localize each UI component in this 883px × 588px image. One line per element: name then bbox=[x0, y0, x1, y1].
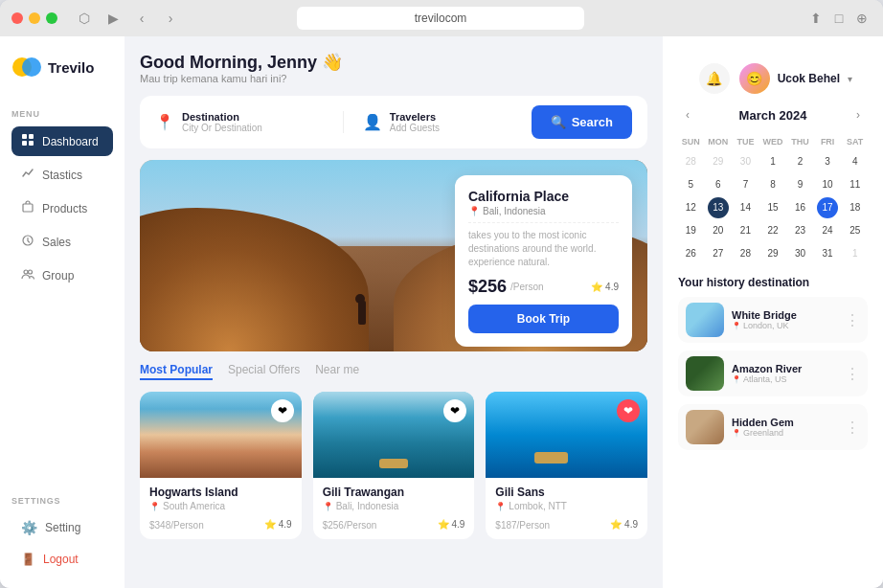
sidebar-item-stastics[interactable]: Stastics bbox=[11, 160, 113, 190]
cal-day-15[interactable]: 15 bbox=[762, 197, 783, 218]
browser-titlebar: ⬡ ▶ ‹ › trevilocom ⬆ □ ⊕ bbox=[0, 0, 883, 36]
logout-label: Logout bbox=[43, 553, 79, 566]
cal-day-8[interactable]: 8 bbox=[762, 174, 783, 195]
traffic-light-green[interactable] bbox=[46, 12, 57, 24]
user-dropdown-icon[interactable]: ▾ bbox=[848, 74, 852, 84]
tab-most-popular[interactable]: Most Popular bbox=[140, 363, 213, 380]
stastics-icon bbox=[21, 167, 34, 183]
book-trip-button[interactable]: Book Trip bbox=[468, 305, 619, 333]
card-image-hogwarts: ❤ bbox=[140, 392, 302, 478]
cal-day-1[interactable]: 1 bbox=[762, 151, 783, 172]
history-info-white-bridge: White Bridge 📍 London, UK bbox=[732, 309, 837, 330]
history-more-amazon[interactable]: ⋮ bbox=[845, 365, 860, 383]
history-name-hidden-gem: Hidden Gem bbox=[732, 417, 837, 428]
cal-day-30-prev[interactable]: 30 bbox=[735, 151, 756, 172]
forward-arrow[interactable]: › bbox=[159, 7, 182, 30]
cal-day-23[interactable]: 23 bbox=[790, 220, 811, 241]
sidebar-item-setting[interactable]: ⚙️ Setting bbox=[11, 513, 113, 542]
cal-day-18[interactable]: 18 bbox=[845, 197, 866, 218]
cal-day-24[interactable]: 24 bbox=[817, 220, 838, 241]
calendar-grid: SUN MON TUE WED THU FRI SAT 28 29 30 1 2… bbox=[678, 134, 868, 264]
cal-day-30[interactable]: 30 bbox=[790, 243, 811, 264]
back-arrow[interactable]: ‹ bbox=[130, 7, 153, 30]
cal-day-12[interactable]: 12 bbox=[680, 197, 701, 218]
cal-day-16[interactable]: 16 bbox=[790, 197, 811, 218]
cal-day-27[interactable]: 27 bbox=[708, 243, 729, 264]
cal-day-19[interactable]: 19 bbox=[680, 220, 701, 241]
sidebar-item-sales[interactable]: Sales bbox=[11, 227, 113, 257]
cal-day-2[interactable]: 2 bbox=[790, 151, 811, 172]
cal-day-21[interactable]: 21 bbox=[735, 220, 756, 241]
forward-button[interactable]: ▶ bbox=[102, 7, 125, 30]
share-icon[interactable]: ⬆ bbox=[806, 11, 826, 26]
address-bar[interactable]: trevilocom bbox=[297, 7, 584, 30]
cal-day-31[interactable]: 31 bbox=[817, 243, 838, 264]
cal-day-17[interactable]: 17 bbox=[817, 197, 838, 218]
cal-day-3[interactable]: 3 bbox=[817, 151, 838, 172]
hero-section: California Place 📍 Bali, Indonesia takes… bbox=[140, 160, 647, 351]
history-item-hidden-gem: Hidden Gem 📍 Greenland ⋮ bbox=[678, 404, 868, 450]
cal-day-20[interactable]: 20 bbox=[708, 220, 729, 241]
cal-day-11[interactable]: 11 bbox=[845, 174, 866, 195]
history-more-white-bridge[interactable]: ⋮ bbox=[845, 311, 860, 329]
tab-near-me[interactable]: Near me bbox=[315, 363, 359, 380]
sidebar-item-group[interactable]: Group bbox=[11, 260, 113, 290]
cal-day-13[interactable]: 13 bbox=[708, 197, 729, 218]
sidebar-item-dashboard-label: Dashboard bbox=[42, 135, 99, 148]
cal-day-22[interactable]: 22 bbox=[762, 220, 783, 241]
logo-icon bbox=[11, 52, 42, 82]
price-gili: $256 bbox=[323, 520, 344, 531]
location-icon: 📍 bbox=[468, 206, 480, 216]
cal-day-29[interactable]: 29 bbox=[762, 243, 783, 264]
cal-day-4[interactable]: 4 bbox=[845, 151, 866, 172]
search-button[interactable]: 🔍 Search bbox=[532, 105, 632, 139]
cal-day-28-prev[interactable]: 28 bbox=[680, 151, 701, 172]
sidebar-item-logout[interactable]: 🚪 Logout bbox=[11, 546, 113, 573]
cal-day-9[interactable]: 9 bbox=[790, 174, 811, 195]
card-price-gilisans: $187/Person bbox=[495, 517, 550, 531]
hero-card-location: 📍 Bali, Indonesia bbox=[468, 206, 619, 216]
hero-rating: ⭐ 4.9 bbox=[591, 282, 619, 292]
history-loc-hidden-gem: 📍 Greenland bbox=[732, 428, 837, 438]
calendar-prev-button[interactable]: ‹ bbox=[678, 105, 697, 124]
traffic-light-yellow[interactable] bbox=[29, 12, 40, 24]
cal-day-10[interactable]: 10 bbox=[817, 174, 838, 195]
history-more-hidden-gem[interactable]: ⋮ bbox=[845, 418, 860, 437]
card-heart-hogwarts[interactable]: ❤ bbox=[271, 399, 294, 422]
calendar-next-button[interactable]: › bbox=[849, 105, 868, 124]
menu-label: MENU bbox=[11, 109, 113, 119]
hero-card-description: takes you to the most iconic destination… bbox=[468, 222, 619, 269]
per-gilisans: /Person bbox=[517, 520, 550, 531]
tab-special-offers[interactable]: Special Offers bbox=[228, 363, 300, 380]
cal-day-14[interactable]: 14 bbox=[735, 197, 756, 218]
card-heart-gilisans[interactable]: ❤ bbox=[617, 399, 640, 422]
cal-day-7[interactable]: 7 bbox=[735, 174, 756, 195]
bookmark-icon[interactable]: □ bbox=[829, 11, 849, 26]
per-gili: /Person bbox=[344, 520, 376, 531]
destination-placeholder: City Or Destination bbox=[182, 123, 262, 133]
cal-day-28[interactable]: 28 bbox=[735, 243, 756, 264]
travelers-placeholder: Add Guests bbox=[390, 123, 440, 133]
price-gilisans: $187 bbox=[495, 520, 516, 531]
history-item-amazon-river: Amazon River 📍 Atlanta, US ⋮ bbox=[678, 351, 868, 396]
cal-day-5[interactable]: 5 bbox=[680, 174, 701, 195]
sidebar-item-dashboard[interactable]: Dashboard bbox=[11, 126, 113, 156]
cal-day-6[interactable]: 6 bbox=[708, 174, 729, 195]
notification-button[interactable]: 🔔 bbox=[699, 63, 730, 94]
history-item-white-bridge: White Bridge 📍 London, UK ⋮ bbox=[678, 297, 868, 343]
cal-day-26[interactable]: 26 bbox=[680, 243, 701, 264]
traffic-lights bbox=[11, 12, 57, 24]
avatar-emoji: 😊 bbox=[746, 71, 762, 86]
back-button[interactable]: ⬡ bbox=[73, 7, 96, 30]
history-info-amazon: Amazon River 📍 Atlanta, US bbox=[732, 363, 837, 384]
traffic-light-red[interactable] bbox=[11, 12, 23, 24]
cal-day-1-next[interactable]: 1 bbox=[845, 243, 866, 264]
greeting: Good Morning, Jenny 👋 Mau trip kemana ka… bbox=[140, 52, 647, 84]
cal-day-25[interactable]: 25 bbox=[845, 220, 866, 241]
cal-header-fri: FRI bbox=[815, 134, 841, 149]
svg-rect-3 bbox=[29, 134, 34, 139]
sidebar-item-products[interactable]: Products bbox=[11, 193, 113, 223]
hero-card: California Place 📍 Bali, Indonesia takes… bbox=[455, 175, 632, 347]
cal-day-29-prev[interactable]: 29 bbox=[708, 151, 729, 172]
hero-card-location-text: Bali, Indonesia bbox=[483, 206, 546, 216]
